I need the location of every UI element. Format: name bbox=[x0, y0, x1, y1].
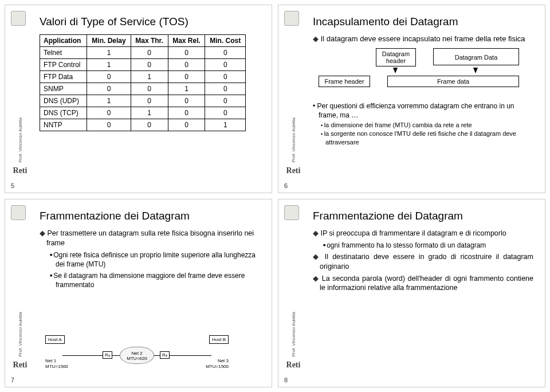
sidebar: Prof. Vincenzo Auletta Reti bbox=[280, 5, 307, 193]
table-cell: 1 bbox=[87, 95, 131, 107]
net2-label: Net 2 bbox=[131, 351, 142, 356]
sidebar-logo: Reti bbox=[13, 360, 28, 370]
slide-5: Prof. Vincenzo Auletta Reti Valori di Ty… bbox=[5, 5, 272, 193]
table-cell: 0 bbox=[168, 58, 205, 70]
point-1: IP si preoccupa di frammentare il datagr… bbox=[313, 229, 533, 238]
host-b-box: Host B bbox=[209, 335, 229, 344]
table-cell: 0 bbox=[168, 107, 205, 119]
page-number: 7 bbox=[11, 377, 14, 383]
table-cell: 1 bbox=[87, 58, 131, 70]
col-h1: Min. Delay bbox=[87, 34, 131, 46]
table-row: NNTP0001 bbox=[40, 119, 246, 131]
sidebar-author: Prof. Vincenzo Auletta bbox=[291, 117, 296, 163]
table-cell: 0 bbox=[205, 95, 246, 107]
datagram-header-box: Datagram header bbox=[376, 48, 416, 66]
col-h4: Min. Cost bbox=[205, 34, 246, 46]
table-cell: 0 bbox=[205, 107, 246, 119]
sidebar: Prof. Vincenzo Auletta Reti bbox=[6, 5, 34, 193]
encapsulation-diagram: Datagram header Datagram Data Frame head… bbox=[313, 48, 533, 100]
sidebar: Prof. Vincenzo Auletta Reti bbox=[280, 199, 307, 387]
sub-bullet-2: la sorgente non conosce l'MTU delle reti… bbox=[321, 130, 533, 146]
arrow-icon bbox=[393, 68, 398, 73]
table-row: Telnet1000 bbox=[40, 46, 246, 58]
bullet-1: Per questioni di efficienza vorremmo dat… bbox=[313, 102, 533, 120]
host-b-label: Host B bbox=[212, 337, 226, 342]
col-h0: Application bbox=[40, 34, 87, 46]
mtu2-label: MTU=620 bbox=[127, 356, 147, 361]
table-cell: 0 bbox=[131, 83, 168, 95]
table-cell: 0 bbox=[87, 83, 131, 95]
table-cell: 1 bbox=[87, 46, 131, 58]
sidebar-logo: Reti bbox=[286, 166, 301, 175]
cloud-icon: Net 2 MTU=620 bbox=[120, 347, 154, 364]
table-row: FTP Data0100 bbox=[40, 70, 246, 83]
table-row: FTP Control1000 bbox=[40, 58, 246, 70]
table-cell: DNS (UDP) bbox=[40, 95, 87, 107]
host-a-label: Host A bbox=[48, 337, 62, 342]
table-cell: 0 bbox=[168, 119, 205, 131]
table-cell: 0 bbox=[131, 58, 168, 70]
table-row: DNS (TCP)0100 bbox=[40, 107, 246, 119]
sidebar-author: Prof. Vincenzo Auletta bbox=[18, 312, 23, 357]
page-number: 8 bbox=[284, 377, 288, 383]
point-3: Il destinatario deve essere in grado di … bbox=[313, 252, 533, 272]
point-2: ogni frammento ha lo stesso formato di u… bbox=[313, 241, 533, 250]
bullet-list: Per questioni di efficienza vorremmo dat… bbox=[313, 102, 533, 146]
slide-title: Valori di Type of Service (TOS) bbox=[40, 15, 260, 29]
table-cell: SNMP bbox=[40, 83, 87, 95]
sidebar-logo: Reti bbox=[286, 360, 301, 370]
slide-6: Prof. Vincenzo Auletta Reti Incapsulamen… bbox=[278, 5, 545, 193]
net1-label: Net 1 bbox=[45, 358, 56, 363]
mtu1-label: MTU=1500 bbox=[45, 364, 68, 369]
mtu3-label: MTU=1500 bbox=[206, 364, 229, 369]
table-cell: 0 bbox=[87, 119, 131, 131]
page-number: 6 bbox=[284, 182, 288, 189]
table-cell: 0 bbox=[131, 95, 168, 107]
sidebar: Prof. Vincenzo Auletta Reti bbox=[6, 199, 34, 387]
sub-bullet-1: la dimensione dei frame (MTU) cambia da … bbox=[321, 121, 533, 130]
table-row: DNS (UDP)1000 bbox=[40, 95, 246, 107]
table-cell: FTP Data bbox=[40, 70, 87, 83]
host-a-box: Host A bbox=[45, 335, 65, 344]
table-cell: 1 bbox=[205, 119, 246, 131]
table-cell: 0 bbox=[131, 46, 168, 58]
point-3: Se il datagram ha dimensione maggiore de… bbox=[40, 271, 260, 289]
point-1: Per trasmettere un datagram sulla rete f… bbox=[40, 229, 260, 248]
router-2-box: R₂ bbox=[160, 351, 170, 359]
table-cell: 0 bbox=[205, 46, 246, 58]
tos-table: Application Min. Delay Max Thr. Max Rel.… bbox=[40, 34, 246, 131]
datagram-data-box: Datagram Data bbox=[433, 48, 519, 65]
slide-body: IP si preoccupa di frammentare il datagr… bbox=[313, 229, 533, 293]
table-cell: 0 bbox=[87, 107, 131, 119]
table-cell: 0 bbox=[87, 70, 131, 83]
sidebar-logo: Reti bbox=[13, 166, 28, 175]
table-cell: NNTP bbox=[40, 119, 87, 131]
table-cell: 0 bbox=[168, 70, 205, 83]
table-cell: Telnet bbox=[40, 46, 87, 58]
net3-label: Net 3 bbox=[218, 358, 229, 363]
frame-data-box: Frame data bbox=[387, 76, 519, 87]
col-h3: Max Rel. bbox=[168, 34, 205, 46]
arrow-icon bbox=[473, 68, 478, 73]
point-2: Ogni rete fisica definisce un proprio li… bbox=[40, 250, 260, 269]
router-1-box: R₁ bbox=[103, 351, 112, 359]
table-cell: 0 bbox=[205, 70, 246, 83]
slide-7: Prof. Vincenzo Auletta Reti Frammentazio… bbox=[5, 199, 272, 387]
col-h2: Max Thr. bbox=[131, 34, 168, 46]
frame-header-box: Frame header bbox=[319, 76, 370, 87]
lead-text: Il datagram deve essere incapsulato nei … bbox=[313, 34, 533, 44]
slide-title: Frammentazione dei Datagram bbox=[40, 210, 260, 223]
page-number: 5 bbox=[11, 182, 14, 189]
table-cell: 0 bbox=[205, 83, 246, 95]
table-cell: 1 bbox=[131, 70, 168, 83]
sidebar-author: Prof. Vincenzo Auletta bbox=[291, 312, 296, 357]
table-cell: 0 bbox=[205, 58, 246, 70]
sidebar-author: Prof. Vincenzo Auletta bbox=[18, 117, 23, 163]
slide-title: Incapsulamento dei Datagram bbox=[313, 15, 533, 29]
table-row: SNMP0010 bbox=[40, 83, 246, 95]
slide-body: Per trasmettere un datagram sulla rete f… bbox=[40, 229, 260, 290]
slide-8: Prof. Vincenzo Auletta Reti Frammentazio… bbox=[278, 199, 545, 387]
network-diagram: Host A Host B R₁ R₂ Net 2 MTU=620 Net 1 … bbox=[45, 330, 229, 375]
table-cell: 0 bbox=[131, 119, 168, 131]
table-cell: 1 bbox=[131, 107, 168, 119]
